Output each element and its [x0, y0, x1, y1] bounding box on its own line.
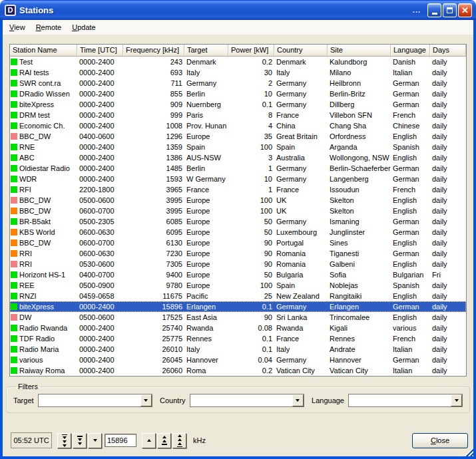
table-row[interactable]: BR-B5akt0500-23056085Europe50GermanyIsma…: [10, 216, 466, 227]
table-row[interactable]: KBS World0600-06306095Europe50Luxembourg…: [10, 227, 466, 237]
status-color-icon: [11, 271, 17, 278]
table-row[interactable]: Economic Ch.0000-24001008Prov. Hunan4Chi…: [10, 120, 466, 131]
drm-app-icon: D: [5, 5, 16, 16]
column-header-frequency-khz[interactable]: Frequency [kHz]: [123, 45, 184, 57]
table-row[interactable]: Test0000-2400243Denmark0.2DenmarkKalundb…: [10, 57, 466, 67]
close-button[interactable]: Close: [412, 433, 468, 448]
cell-time: 0500-0600: [77, 312, 123, 323]
table-row[interactable]: Oldiestar Radio0000-24001485Berlin1Germa…: [10, 163, 466, 174]
table-row[interactable]: DRadio Wissen0000-2400855Berlin10Germany…: [10, 88, 466, 99]
column-header-power-kw[interactable]: Power [kW]: [228, 45, 274, 57]
target-filter-combo[interactable]: [38, 394, 152, 407]
page-down-frequency-icon: [78, 438, 82, 441]
page-up-frequency-button[interactable]: [157, 433, 171, 448]
cell-language: English: [391, 206, 430, 216]
minimize-button[interactable]: [427, 3, 441, 17]
table-row[interactable]: REE0500-09009780Europe100SpainNoblejasSp…: [10, 280, 466, 291]
table-row[interactable]: BBC_DW0600-07006130Europe90PortugalSines…: [10, 237, 466, 248]
language-filter-label: Language: [312, 396, 344, 404]
step-up-frequency-button[interactable]: [142, 433, 156, 448]
table-row[interactable]: Radio Maria0000-240026010Italy0.1ItalyAn…: [10, 344, 466, 355]
cell-power: 90: [228, 248, 274, 259]
cell-country: Germany: [274, 163, 328, 174]
jump-to-lowest-frequency-icon: [62, 434, 67, 435]
frequency-input[interactable]: [105, 434, 136, 447]
table-row[interactable]: DRM test0000-2400999Paris8FranceVillebon…: [10, 110, 466, 120]
target-filter-value[interactable]: [39, 394, 140, 406]
cell-country: Sri Lanka: [274, 312, 328, 323]
cell-freq: 6095: [123, 227, 184, 237]
language-dropdown-button[interactable]: [451, 394, 462, 406]
column-header-country[interactable]: Country: [274, 45, 328, 57]
close-window-button[interactable]: ✕: [458, 3, 472, 17]
table-row[interactable]: biteXpress0000-2400909Nuernberg0.1German…: [10, 99, 466, 110]
country-filter-combo[interactable]: [190, 394, 304, 407]
station-name: Economic Ch.: [19, 120, 65, 131]
titlebar[interactable]: D Stations ... ✕: [0, 0, 476, 20]
table-row[interactable]: RAI tests0000-2400693Italy30ItalyMilanoI…: [10, 67, 466, 78]
jump-to-highest-frequency-icon: [177, 446, 182, 447]
column-header-language[interactable]: Language: [391, 45, 430, 57]
cell-site: Skelton: [328, 206, 391, 216]
country-dropdown-button[interactable]: [292, 394, 304, 406]
column-header-station-name[interactable]: Station Name: [10, 45, 77, 57]
cell-freq: 1485: [123, 163, 184, 174]
table-row[interactable]: BBC_DW0400-06001296Europe35Great Britain…: [10, 131, 466, 142]
table-row[interactable]: DW0500-060017525East Asia90Sri LankaTrin…: [10, 312, 466, 323]
station-name: BBC_DW: [19, 131, 51, 142]
menu-update[interactable]: Update: [67, 21, 101, 33]
table-row[interactable]: RRI0600-06307230Europe90RomaniaTiganesti…: [10, 248, 466, 259]
step-down-frequency-button[interactable]: [88, 433, 102, 448]
cell-country: Italy: [274, 67, 328, 78]
menu-remote[interactable]: Remote: [31, 21, 67, 33]
cell-days: daily: [430, 280, 466, 291]
cell-days: daily: [430, 216, 466, 227]
language-filter-value[interactable]: [349, 394, 451, 406]
status-color-icon: [11, 282, 17, 289]
cell-power: 0.08: [228, 323, 274, 333]
page-down-frequency-button[interactable]: [73, 433, 87, 448]
target-dropdown-button[interactable]: [140, 394, 152, 406]
cell-target: Roma: [184, 365, 228, 376]
table-row[interactable]: various0000-240026045Hannover0.04Germany…: [10, 355, 466, 365]
jump-to-highest-frequency-button[interactable]: [172, 433, 186, 448]
station-name: DRM test: [19, 110, 50, 120]
table-row[interactable]: BBC_DW0500-06003995Europe100UKSkeltonEng…: [10, 195, 466, 206]
table-row[interactable]: Horizont HS-10400-07009400Europe50Bulgar…: [10, 269, 466, 280]
status-color-icon: [11, 101, 17, 108]
maximize-button[interactable]: [443, 3, 457, 17]
column-header-target[interactable]: Target: [184, 45, 228, 57]
cell-language: French: [391, 184, 430, 195]
cell-power: 100: [228, 142, 274, 152]
table-row[interactable]: Raiway Roma0000-240026060Roma0.2Vatican …: [10, 365, 466, 376]
cell-target: Spain: [184, 142, 228, 152]
language-filter-combo[interactable]: [348, 394, 463, 407]
cell-target: Europe: [184, 280, 228, 291]
table-row[interactable]: WDR0000-24001593W Germany10GermanyLangen…: [10, 174, 466, 184]
cell-freq: 6130: [123, 237, 184, 248]
table-row[interactable]: RRI0530-06007305Europe90RomaniaGalbeniEn…: [10, 259, 466, 269]
table-row[interactable]: biteXpress0000-240015896Erlangen0.1Germa…: [10, 301, 466, 312]
table-row[interactable]: SWR cont.ra0000-2400711Germany2GermanyHe…: [10, 78, 466, 88]
table-row[interactable]: RNE0000-24001359Spain100SpainArgandaSpan…: [10, 142, 466, 152]
table-row[interactable]: RNZI0459-065811675Pacific25New ZealandRa…: [10, 291, 466, 301]
table-row[interactable]: BBC_DW0600-07003995Europe100UKSkeltonEng…: [10, 206, 466, 216]
table-row[interactable]: Radio Rwanda0000-240025740Rwanda0.08Rwan…: [10, 323, 466, 333]
table-row[interactable]: RFI2200-18003965France1FranceIssoudunFre…: [10, 184, 466, 195]
cell-days: daily: [430, 152, 466, 163]
column-header-site[interactable]: Site: [328, 45, 391, 57]
cell-site: Ismaning: [328, 216, 391, 227]
cell-days: daily: [430, 333, 466, 344]
country-filter-value[interactable]: [190, 394, 292, 406]
jump-to-lowest-frequency-button[interactable]: [57, 433, 71, 448]
cell-language: various: [391, 323, 430, 333]
cell-site: Arganda: [328, 142, 391, 152]
status-color-icon: [11, 80, 17, 86]
table-row[interactable]: TDF Radio0000-240025775Rennes0.1FranceRe…: [10, 333, 466, 344]
jump-to-lowest-frequency-icon: [63, 444, 67, 447]
cell-target: Europe: [184, 227, 228, 237]
menu-view[interactable]: View: [4, 21, 31, 33]
column-header-days[interactable]: Days: [430, 45, 466, 57]
table-row[interactable]: ABC0000-24001386AUS-NSW3AustraliaWollong…: [10, 152, 466, 163]
column-header-time-utc[interactable]: Time [UTC]: [77, 45, 123, 57]
